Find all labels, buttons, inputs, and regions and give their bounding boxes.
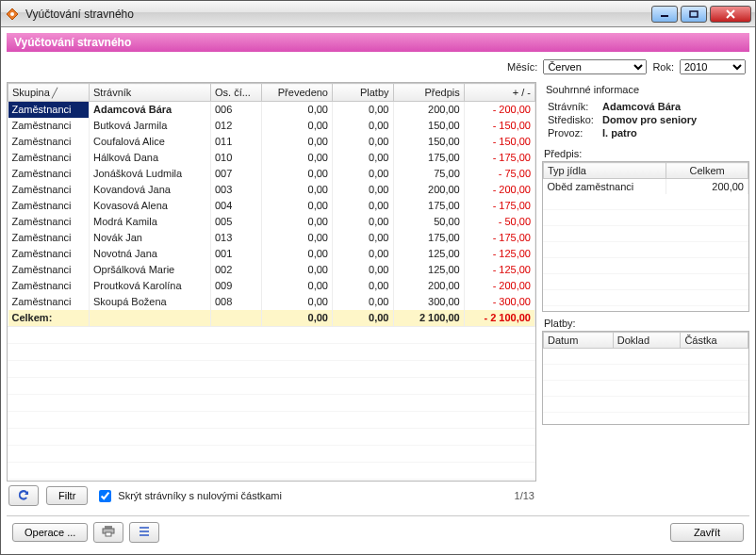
app-icon <box>5 7 20 22</box>
section-title: Vyúčtování stravného <box>7 33 749 52</box>
year-select[interactable]: 2010 <box>680 59 746 74</box>
table-row[interactable]: ZaměstnanciCoufalová Alice0110,000,00150… <box>8 134 535 150</box>
platby-empty <box>543 349 748 424</box>
refresh-button[interactable] <box>8 485 39 506</box>
platby-grid[interactable]: Datum Doklad Částka <box>542 331 749 425</box>
svg-rect-2 <box>690 11 698 17</box>
summary-stravnik-value: Adamcová Bára <box>602 101 744 112</box>
month-select[interactable]: Červen <box>543 59 647 74</box>
platby-block: Platby: Datum Doklad Částka <box>542 318 749 425</box>
client-area: Vyúčtování stravného Měsíc: Červen Rok: … <box>1 27 755 554</box>
summary-provoz-value: I. patro <box>602 127 744 139</box>
maximize-button[interactable] <box>681 6 707 23</box>
col-stravnik[interactable]: Strávník <box>90 84 211 102</box>
left-panel: Skupina╱ Strávník Os. čí... Převedeno Pl… <box>7 82 536 510</box>
summary-block: Souhrnné informace Strávník: Adamcová Bá… <box>542 82 749 142</box>
main-grid[interactable]: Skupina╱ Strávník Os. čí... Převedeno Pl… <box>7 82 536 482</box>
list-button[interactable] <box>129 522 159 543</box>
svg-point-0 <box>10 12 14 16</box>
table-row[interactable]: ZaměstnanciNovotná Jana0010,000,00125,00… <box>8 246 535 262</box>
predpis-empty <box>543 194 748 311</box>
hide-zero-text: Skrýt strávníky s nulovými částkami <box>118 490 282 501</box>
refresh-icon <box>17 489 30 502</box>
window-controls <box>649 6 751 23</box>
summary-stredisko-label: Středisko: <box>548 114 602 125</box>
grid-empty-area <box>8 326 535 482</box>
top-toolbar: Měsíc: Červen Rok: 2010 <box>7 57 749 76</box>
platby-col-datum[interactable]: Datum <box>544 333 614 349</box>
table-row[interactable]: ZaměstnanciJonášková Ludmila0070,000,007… <box>8 166 535 182</box>
platby-col-doklad[interactable]: Doklad <box>613 333 681 349</box>
table-row[interactable]: ZaměstnanciOpršálková Marie0020,000,0012… <box>8 262 535 278</box>
summary-title: Souhrnné informace <box>542 82 749 97</box>
svg-rect-7 <box>106 532 111 536</box>
left-footer: Filtr Skrýt strávníky s nulovými částkam… <box>7 482 536 510</box>
printer-icon <box>102 526 115 539</box>
month-label: Měsíc: <box>507 61 537 73</box>
close-button[interactable] <box>710 6 751 23</box>
window-title: Vyúčtování stravného <box>25 8 649 21</box>
predpis-col-celkem[interactable]: Celkem <box>666 163 748 179</box>
list-icon <box>138 526 151 539</box>
zavrit-button[interactable]: Zavřít <box>670 523 744 542</box>
col-oscislo[interactable]: Os. čí... <box>211 84 262 102</box>
print-button[interactable] <box>93 522 123 543</box>
filter-button[interactable]: Filtr <box>46 486 88 505</box>
predpis-block: Předpis: Typ jídla Celkem Oběd zaměstnan… <box>542 148 749 312</box>
table-row[interactable]: ZaměstnanciHálková Dana0100,000,00175,00… <box>8 150 535 166</box>
page-indicator: 1/13 <box>515 490 534 501</box>
hide-zero-checkbox-label[interactable]: Skrýt strávníky s nulovými částkami <box>95 487 282 505</box>
sort-asc-icon: ╱ <box>52 88 58 98</box>
table-row[interactable]: ZaměstnanciNovák Jan0130,000,00175,00- 1… <box>8 230 535 246</box>
summary-stravnik-label: Strávník: <box>548 101 602 112</box>
app-window: Vyúčtování stravného Vyúčtování stravnéh… <box>0 0 756 555</box>
summary-provoz-label: Provoz: <box>548 127 602 139</box>
svg-rect-1 <box>661 15 668 17</box>
predpis-col-typ[interactable]: Typ jídla <box>544 163 666 179</box>
table-row[interactable]: ZaměstnanciKovasová Alena0040,000,00175,… <box>8 198 535 214</box>
total-row: Celkem:0,000,002 100,00- 2 100,00 <box>8 310 535 326</box>
col-skupina[interactable]: Skupina╱ <box>8 84 90 102</box>
minimize-button[interactable] <box>651 6 678 23</box>
table-row[interactable]: ZaměstnanciAdamcová Bára0060,000,00200,0… <box>8 102 535 118</box>
predpis-row[interactable]: Oběd zaměstnanci200,00 <box>544 179 748 195</box>
header-row[interactable]: Skupina╱ Strávník Os. čí... Převedeno Pl… <box>8 84 535 102</box>
right-panel: Souhrnné informace Strávník: Adamcová Bá… <box>542 82 749 510</box>
table-row[interactable]: ZaměstnanciKovandová Jana0030,000,00200,… <box>8 182 535 198</box>
col-rozdil[interactable]: + / - <box>464 84 534 102</box>
platby-title: Platby: <box>542 318 749 331</box>
col-predpis[interactable]: Předpis <box>393 84 464 102</box>
col-platby[interactable]: Platby <box>333 84 394 102</box>
bottom-bar: Operace ... Zavřít <box>7 515 749 548</box>
table-row[interactable]: ZaměstnanciModrá Kamila0050,000,0050,00-… <box>8 214 535 230</box>
table-row[interactable]: ZaměstnanciButková Jarmila0120,000,00150… <box>8 118 535 134</box>
year-label: Rok: <box>652 61 674 73</box>
summary-stredisko-value: Domov pro seniory <box>602 114 744 125</box>
table-row[interactable]: ZaměstnanciSkoupá Božena0080,000,00300,0… <box>8 294 535 310</box>
platby-col-castka[interactable]: Částka <box>681 333 748 349</box>
table-row[interactable]: ZaměstnanciProutková Karolína0090,000,00… <box>8 278 535 294</box>
operace-button[interactable]: Operace ... <box>12 523 88 542</box>
titlebar[interactable]: Vyúčtování stravného <box>1 1 755 27</box>
hide-zero-checkbox[interactable] <box>99 490 111 502</box>
predpis-title: Předpis: <box>542 148 749 161</box>
col-prevedeno[interactable]: Převedeno <box>261 84 332 102</box>
predpis-grid[interactable]: Typ jídla Celkem Oběd zaměstnanci200,00 <box>542 161 749 312</box>
